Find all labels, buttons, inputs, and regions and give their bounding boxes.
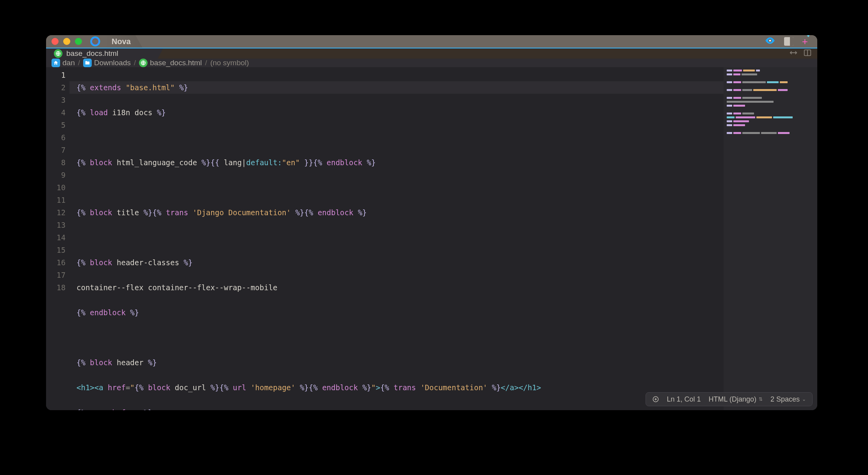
line-number: 9 [46, 169, 66, 181]
app-title: Nova [104, 35, 142, 48]
line-number: 12 [46, 206, 66, 219]
line-number: 2 [46, 81, 66, 94]
breadcrumb-folder[interactable]: Downloads [83, 59, 131, 67]
line-number: 15 [46, 244, 66, 256]
titlebar: Nova + [46, 35, 817, 48]
file-tab-label: base_docs.html [66, 49, 118, 58]
breadcrumb-home-label: dan [62, 59, 75, 67]
breadcrumb-separator: / [205, 59, 207, 67]
panels-icon[interactable] [784, 37, 793, 46]
line-number: 7 [46, 144, 66, 156]
status-indent-selector[interactable]: 2 Spaces⌄ [770, 395, 806, 404]
window-controls [52, 38, 82, 45]
status-language-selector[interactable]: HTML (Django)⇅ [709, 395, 763, 404]
breadcrumb-home[interactable]: dan [52, 59, 75, 67]
code-content[interactable]: {% extends "base.html" %} {% load i18n d… [69, 67, 724, 410]
breadcrumb-symbol[interactable]: (no symbol) [210, 59, 249, 67]
file-tab[interactable]: base_docs.html [46, 48, 163, 59]
preview-icon[interactable] [765, 35, 776, 48]
split-view-icon[interactable] [803, 48, 812, 59]
html-file-icon [139, 59, 148, 67]
zoom-window-button[interactable] [75, 38, 82, 45]
app-title-label: Nova [112, 37, 131, 46]
line-number: 13 [46, 219, 66, 231]
line-number: 16 [46, 256, 66, 269]
status-issues-icon[interactable] [652, 396, 659, 403]
line-number: 6 [46, 131, 66, 144]
line-number: 11 [46, 194, 66, 206]
breadcrumb-file-label: base_docs.html [150, 59, 202, 67]
chevron-down-icon: ⌄ [802, 396, 806, 402]
app-window: Nova + base_docs.html [46, 35, 817, 410]
line-number: 17 [46, 269, 66, 281]
line-number: 14 [46, 231, 66, 244]
line-number: 10 [46, 181, 66, 194]
path-bar: dan / Downloads / base_docs.html / (no s… [46, 59, 817, 67]
line-number: 3 [46, 94, 66, 106]
status-bar: Ln 1, Col 1 HTML (Django)⇅ 2 Spaces⌄ [646, 392, 813, 406]
close-window-button[interactable] [52, 38, 59, 45]
editor[interactable]: 1 2 3 4 5 6 7 8 9 10 11 12 13 14 15 16 1… [46, 67, 817, 410]
breadcrumb-separator: / [134, 59, 136, 67]
line-number-gutter: 1 2 3 4 5 6 7 8 9 10 11 12 13 14 15 16 1… [46, 67, 69, 410]
minimap[interactable] [724, 67, 817, 410]
svg-point-0 [91, 38, 100, 46]
app-icon [89, 35, 101, 48]
breadcrumb-separator: / [78, 59, 80, 67]
status-cursor-position[interactable]: Ln 1, Col 1 [667, 395, 701, 404]
folder-icon [83, 59, 92, 67]
home-icon [52, 59, 60, 67]
sync-icon[interactable] [789, 48, 798, 59]
new-tab-icon[interactable]: + [802, 36, 808, 48]
line-number: 1 [46, 69, 66, 81]
svg-point-1 [769, 40, 771, 42]
html-file-icon [54, 49, 62, 58]
minimize-window-button[interactable] [63, 38, 70, 45]
line-number: 18 [46, 281, 66, 294]
breadcrumb-folder-label: Downloads [94, 59, 131, 67]
line-number: 8 [46, 156, 66, 169]
line-number: 4 [46, 106, 66, 119]
line-number: 5 [46, 119, 66, 131]
chevron-updown-icon: ⇅ [759, 396, 763, 402]
tab-bar: base_docs.html [46, 48, 817, 59]
breadcrumb-file[interactable]: base_docs.html [139, 59, 202, 67]
